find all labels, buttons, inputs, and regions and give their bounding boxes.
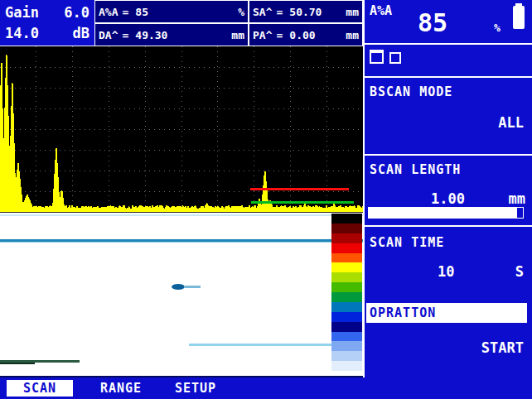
bscan-backwall-line — [189, 344, 331, 346]
scan-progress-bar — [368, 207, 524, 219]
colorbar-segment — [331, 282, 362, 292]
colorbar-segment — [331, 322, 362, 332]
scan-time-title[interactable]: SCAN TIME — [370, 235, 444, 250]
probe-icon — [370, 50, 384, 64]
colorbar-segment — [331, 253, 362, 263]
bscan-display — [0, 212, 363, 377]
colorbar-segment — [331, 272, 362, 282]
meas-unit: mm — [346, 29, 359, 41]
gain-panel[interactable]: Gain 6.0 14.0 dB — [0, 0, 94, 46]
probe-status-icons — [370, 50, 401, 64]
bscan-interface-shadow — [0, 242, 363, 243]
bscan-mode-title[interactable]: BSCAN MODE — [370, 84, 452, 99]
meas-eq: = — [276, 29, 283, 41]
bscan-bottom-line-2 — [0, 363, 35, 364]
colorbar-segment — [331, 302, 362, 312]
ascan-display — [0, 46, 363, 212]
menu-item-setup[interactable]: SETUP — [162, 380, 229, 397]
meas-label: A%A — [99, 6, 118, 18]
meas-eq: = — [122, 29, 128, 41]
measurement-cell-pa: PA^ = 0.00 mm — [249, 23, 363, 46]
meas-eq: = — [122, 6, 128, 18]
divider — [365, 154, 532, 156]
meas-value: 50.70 — [289, 6, 322, 18]
colorbar-segment — [331, 292, 362, 302]
measurement-cell-da: DA^ = 49.30 mm — [94, 23, 249, 46]
battery-icon — [512, 3, 525, 29]
meas-unit: % — [238, 6, 244, 18]
meas-label: PA^ — [253, 29, 272, 41]
bscan-defect-tail — [184, 286, 201, 288]
colorbar-segment — [331, 233, 362, 243]
divider — [365, 43, 532, 45]
gain-unit: dB — [73, 24, 89, 42]
operation-menu-item[interactable]: OPRATTON — [366, 303, 527, 323]
scan-time-value[interactable]: 10 — [438, 263, 454, 280]
bscan-features — [0, 213, 363, 376]
colorbar-segment — [331, 332, 362, 342]
flaw-detector-screen: Gain 6.0 14.0 dB A%A = 85 % SA^ = 50.70 … — [0, 0, 532, 399]
bottom-menu: SCAN RANGE SETUP — [0, 377, 532, 399]
meas-value: 85 — [135, 6, 148, 18]
meas-label: DA^ — [99, 29, 118, 41]
colorbar-segment — [331, 361, 362, 371]
meas-eq: = — [276, 6, 283, 18]
divider — [365, 225, 532, 227]
menu-item-scan[interactable]: SCAN — [7, 380, 73, 397]
menu-item-range[interactable]: RANGE — [88, 380, 154, 397]
scan-length-title[interactable]: SCAN LENGTH — [370, 162, 461, 177]
colorbar-segment — [331, 312, 362, 322]
colorbar-segment — [331, 262, 362, 272]
colorbar-segment — [331, 224, 362, 233]
operation-start-value[interactable]: START — [481, 339, 524, 356]
measurement-grid: A%A = 85 % SA^ = 50.70 mm DA^ = 49.30 mm… — [94, 0, 363, 46]
bscan-surface-line — [0, 214, 363, 216]
gain-value: 6.0 — [64, 3, 89, 22]
colorbar-segment — [331, 341, 362, 351]
coupling-icon — [389, 52, 401, 64]
ascan-plot — [0, 46, 363, 212]
sidebar-reading-value: 85 — [418, 8, 447, 37]
scan-time-unit: S — [515, 263, 524, 280]
sidebar-reading-unit: % — [494, 22, 501, 34]
scan-length-value[interactable]: 1.00 — [431, 190, 465, 207]
scan-progress-fill — [369, 208, 517, 218]
meas-label: SA^ — [253, 6, 272, 18]
gain-step-value: 14.0 — [5, 24, 39, 42]
gain-label: Gain — [5, 3, 39, 22]
header: Gain 6.0 14.0 dB A%A = 85 % SA^ = 50.70 … — [0, 0, 363, 46]
divider — [365, 76, 532, 78]
bscan-mode-value[interactable]: ALL — [498, 114, 524, 131]
bscan-defect-blob — [172, 284, 185, 290]
meas-unit: mm — [231, 29, 244, 41]
measurement-cell-apa: A%A = 85 % — [94, 0, 249, 23]
meas-unit: mm — [346, 6, 359, 18]
colorbar-segment — [331, 243, 362, 253]
meas-value: 49.30 — [135, 29, 167, 41]
sidebar: A%A 85 % BSCAN MODE ALL SCAN LENGTH 1.00… — [363, 0, 532, 377]
measurement-cell-sa: SA^ = 50.70 mm — [249, 0, 363, 23]
colorbar-segment — [331, 214, 362, 224]
sidebar-reading-label: A%A — [370, 3, 392, 18]
colorbar-segment — [331, 351, 362, 361]
meas-value: 0.00 — [289, 29, 315, 41]
bscan-colorbar — [331, 214, 362, 371]
scan-length-unit: mm — [509, 190, 525, 207]
